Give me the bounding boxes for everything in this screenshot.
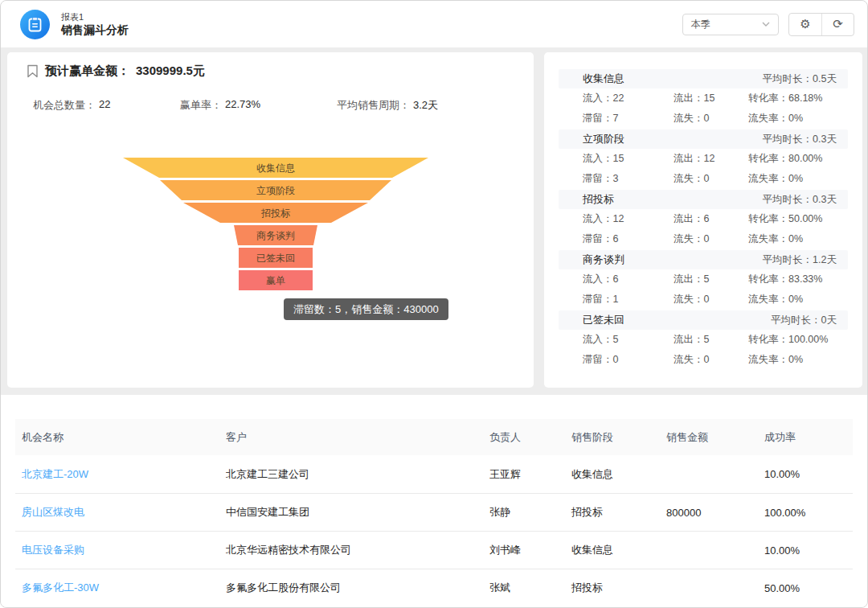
- funnel-chart[interactable]: 收集信息立项阶段招投标商务谈判已签未回赢单: [7, 52, 534, 388]
- period-select[interactable]: 本季: [682, 14, 779, 35]
- table-column-header: 客户: [226, 430, 489, 445]
- stranded-label: 滞留：: [583, 354, 613, 365]
- stage-loss-row: 滞留：6 流失：0 流失率：0%: [559, 229, 848, 249]
- cell-customer: 多氟多化工股份有限公司: [226, 581, 489, 595]
- refresh-icon: ⟳: [833, 17, 843, 31]
- table-row[interactable]: 多氟多化工-30W 多氟多化工股份有限公司 张斌 招投标 50.00%: [15, 569, 853, 606]
- cell-opportunity-name[interactable]: 电压设备采购: [22, 543, 226, 557]
- cell-customer: 北京建工三建公司: [226, 467, 489, 482]
- avg-duration-label: 平均时长：: [763, 194, 813, 205]
- cell-success-rate: 10.00%: [764, 544, 853, 557]
- inflow-value: 22: [613, 92, 624, 104]
- stranded-value: 1: [613, 294, 619, 305]
- avg-duration-label: 平均时长：: [763, 73, 813, 84]
- cell-success-rate: 50.00%: [764, 582, 853, 594]
- table-row[interactable]: 电压设备采购 北京华远精密技术有限公司 刘书峰 收集信息 10.00%: [15, 531, 853, 569]
- stage-loss-row: 滞留：3 流失：0 流失率：0%: [559, 169, 848, 189]
- inflow-value: 15: [613, 153, 624, 164]
- stage-header[interactable]: 收集信息 平均时长：0.5天: [559, 69, 848, 88]
- refresh-button[interactable]: ⟳: [821, 14, 854, 35]
- stage-header[interactable]: 已签未回 平均时长：0天: [559, 310, 848, 330]
- conversion-label: 转化率：: [748, 213, 788, 224]
- lost-value: 0: [704, 173, 710, 184]
- stage-block: 立项阶段 平均时长：0.3天 流入：15 流出：12 转化率：80.00% 滞留…: [559, 129, 848, 189]
- outflow-value: 5: [704, 334, 710, 345]
- stage-avg-duration: 平均时长：0.3天: [763, 133, 837, 146]
- funnel-stage-label: 收集信息: [256, 162, 295, 174]
- inflow-label: 流入：: [583, 153, 613, 164]
- cell-customer: 中信国安建工集团: [226, 505, 489, 520]
- cell-opportunity-name[interactable]: 多氟多化工-30W: [22, 581, 226, 595]
- report-icon: [20, 10, 50, 39]
- table-header-row: 机会名称客户负责人销售阶段销售金额成功率: [15, 419, 853, 455]
- cell-stage: 招投标: [571, 581, 666, 595]
- stranded-value: 3: [613, 173, 619, 184]
- stage-avg-duration: 平均时长：0天: [771, 314, 837, 327]
- stage-loss-row: 滞留：1 流失：0 流失率：0%: [559, 290, 848, 310]
- clipboard-icon: [28, 17, 42, 32]
- stranded-label: 滞留：: [583, 113, 613, 124]
- cell-opportunity-name[interactable]: 北京建工-20W: [22, 467, 226, 482]
- lost-value: 0: [704, 354, 710, 365]
- stranded-label: 滞留：: [583, 294, 613, 305]
- conversion-label: 转化率：: [748, 92, 788, 104]
- lost-value: 0: [704, 233, 710, 244]
- outflow-label: 流出：: [674, 213, 704, 224]
- cell-success-rate: 100.00%: [764, 507, 853, 519]
- stranded-value: 6: [613, 233, 619, 244]
- stage-name: 收集信息: [583, 72, 624, 86]
- table-column-header: 成功率: [764, 430, 853, 445]
- inflow-label: 流入：: [583, 334, 613, 345]
- stage-block: 商务谈判 平均时长：1.2天 流入：6 流出：5 转化率：83.33% 滞留：1…: [559, 250, 848, 310]
- loss-rate-label: 流失率：: [748, 294, 788, 305]
- avg-duration-value: 0天: [821, 314, 837, 326]
- table-row[interactable]: 北京建工-20W 北京建工三建公司 王亚辉 收集信息 10.00%: [15, 455, 853, 493]
- loss-rate-value: 0%: [788, 354, 803, 365]
- stage-block: 收集信息 平均时长：0.5天 流入：22 流出：15 转化率：68.18% 滞留…: [559, 69, 848, 129]
- outflow-value: 5: [704, 273, 710, 285]
- report-tag: 报表1: [61, 11, 129, 23]
- cell-stage: 招投标: [571, 505, 666, 520]
- stage-avg-duration: 平均时长：0.3天: [763, 193, 837, 207]
- settings-button[interactable]: ⚙: [789, 14, 821, 35]
- chart-tooltip: 滞留数：5，销售金额：430000: [284, 298, 448, 320]
- conversion-label: 转化率：: [748, 334, 788, 345]
- cell-owner: 王亚辉: [489, 467, 571, 482]
- avg-duration-value: 0.3天: [813, 134, 837, 145]
- cell-stage: 收集信息: [571, 467, 666, 482]
- outflow-label: 流出：: [674, 92, 704, 104]
- conversion-value: 50.00%: [788, 213, 822, 224]
- inflow-label: 流入：: [583, 273, 613, 285]
- loss-rate-label: 流失率：: [748, 113, 788, 124]
- outflow-value: 6: [704, 213, 710, 224]
- stage-header[interactable]: 立项阶段 平均时长：0.3天: [559, 129, 848, 149]
- lost-label: 流失：: [674, 173, 704, 184]
- cell-owner: 刘书峰: [489, 543, 571, 557]
- stranded-value: 0: [613, 354, 619, 365]
- cell-owner: 张斌: [489, 581, 571, 595]
- conversion-value: 100.00%: [788, 334, 828, 345]
- lost-label: 流失：: [674, 113, 704, 124]
- loss-rate-label: 流失率：: [748, 173, 788, 184]
- avg-duration-value: 0.5天: [813, 73, 837, 84]
- lost-value: 0: [704, 294, 710, 305]
- lost-label: 流失：: [674, 354, 704, 365]
- stage-flow-row: 流入：12 流出：6 转化率：50.00%: [559, 209, 848, 229]
- avg-duration-value: 1.2天: [813, 254, 837, 265]
- report-page: 报表1 销售漏斗分析 本季 ⚙ ⟳: [0, 0, 868, 608]
- outflow-value: 12: [704, 153, 715, 164]
- cell-success-rate: 10.00%: [764, 468, 853, 480]
- stage-header[interactable]: 商务谈判 平均时长：1.2天: [559, 250, 848, 269]
- avg-duration-label: 平均时长：: [763, 254, 813, 265]
- table-column-header: 负责人: [489, 430, 571, 445]
- table-row[interactable]: 房山区煤改电 中信国安建工集团 张静 招投标 800000 100.00%: [15, 493, 853, 531]
- conversion-label: 转化率：: [748, 273, 788, 285]
- lost-value: 0: [704, 113, 710, 124]
- stranded-value: 7: [613, 113, 619, 124]
- stage-header[interactable]: 招投标 平均时长：0.3天: [559, 190, 848, 209]
- gear-icon: ⚙: [800, 17, 810, 31]
- cell-owner: 张静: [489, 505, 571, 520]
- stage-flow-row: 流入：5 流出：5 转化率：100.00%: [559, 330, 848, 350]
- stage-loss-row: 滞留：7 流失：0 流失率：0%: [559, 109, 848, 129]
- cell-opportunity-name[interactable]: 房山区煤改电: [22, 505, 226, 520]
